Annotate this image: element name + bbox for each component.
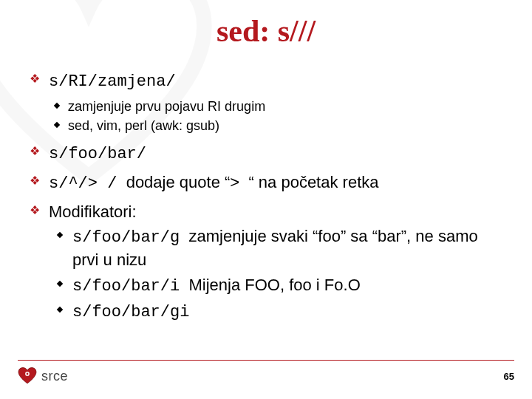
- brand-heart-icon: [18, 366, 37, 386]
- sub-list: zamjenjuje prvu pojavu RI drugimsed, vim…: [49, 98, 505, 135]
- sub-list-2: s/foo/bar/g zamjenjuje svaki “foo” sa “b…: [49, 225, 505, 324]
- sub-item: sed, vim, perl (awk: gsub): [49, 117, 505, 134]
- svg-point-1: [27, 373, 29, 375]
- bullet-item: s/foo/bar/: [27, 142, 505, 166]
- bullet-list: s/RI/zamjena/zamjenjuje prvu pojavu RI d…: [27, 69, 505, 324]
- sub-item-2: s/foo/bar/gi: [49, 300, 505, 324]
- bullet-text: s/^/> / dodaje quote “> “ na početak ret…: [49, 173, 378, 191]
- bullet-item: s/^/> / dodaje quote “> “ na početak ret…: [27, 171, 505, 195]
- sub-item-2: s/foo/bar/g zamjenjuje svaki “foo” sa “b…: [49, 225, 505, 270]
- bullet-text: s/foo/bar/: [49, 143, 146, 162]
- bullet-item: s/RI/zamjena/zamjenjuje prvu pojavu RI d…: [27, 69, 505, 134]
- page-number: 65: [504, 371, 514, 382]
- slide-footer: srce 65: [18, 360, 514, 386]
- sub-item-2: s/foo/bar/i Mijenja FOO, foo i Fo.O: [49, 274, 505, 298]
- slide-title: sed: s///: [27, 13, 505, 49]
- sub-item: zamjenjuje prvu pojavu RI drugim: [49, 98, 505, 115]
- slide-content: sed: s/// s/RI/zamjena/zamjenjuje prvu p…: [0, 0, 532, 324]
- bullet-text: s/RI/zamjena/: [49, 71, 176, 89]
- bullet-item: Modifikatori:s/foo/bar/g zamjenjuje svak…: [27, 201, 505, 324]
- brand: srce: [18, 366, 68, 386]
- bullet-text: Modifikatori:: [49, 202, 137, 221]
- brand-text: srce: [41, 369, 68, 384]
